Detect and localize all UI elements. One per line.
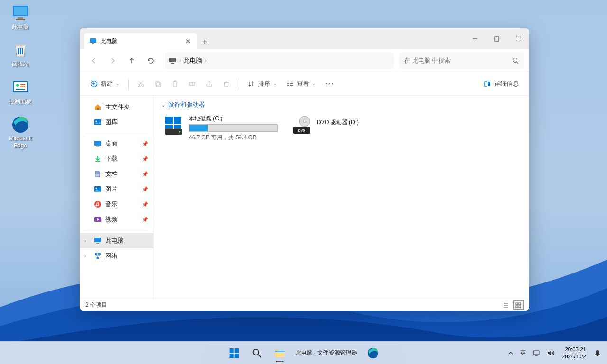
breadcrumb[interactable]: › 此电脑 ›: [165, 53, 394, 69]
sidebar-label: 图库: [105, 118, 118, 127]
breadcrumb-segment[interactable]: 此电脑: [184, 56, 202, 65]
titlebar[interactable]: 此电脑 ✕ ＋: [80, 28, 529, 49]
svg-rect-41: [485, 82, 487, 86]
network-tray-icon[interactable]: [530, 344, 543, 363]
svg-rect-46: [94, 141, 101, 146]
view-icon: [286, 80, 294, 88]
taskbar-item-explorer[interactable]: [270, 343, 290, 363]
forward-button[interactable]: [104, 52, 121, 69]
taskbar-item-edge[interactable]: [363, 343, 383, 363]
svg-rect-56: [96, 243, 99, 244]
new-tab-button[interactable]: ＋: [197, 34, 212, 49]
svg-rect-8: [20, 84, 25, 85]
svg-line-27: [139, 81, 143, 85]
delete-button[interactable]: [219, 76, 234, 92]
close-button[interactable]: [507, 28, 529, 49]
up-button[interactable]: [123, 52, 140, 69]
drive-icon: [163, 115, 184, 136]
paste-button[interactable]: [167, 76, 183, 92]
sidebar-item-videos[interactable]: 视频 📌: [80, 212, 153, 227]
share-button[interactable]: [202, 76, 217, 92]
search-box[interactable]: [399, 53, 524, 69]
pictures-icon: [94, 185, 101, 193]
svg-point-20: [513, 58, 517, 62]
sidebar-item-desktop[interactable]: 桌面 📌: [80, 136, 153, 151]
desktop-icon-recycle-bin[interactable]: 回收站: [4, 41, 37, 67]
sidebar-item-network[interactable]: › 网络: [80, 248, 153, 264]
home-icon: [94, 103, 101, 111]
start-button[interactable]: [224, 343, 244, 363]
sort-button[interactable]: 排序 ⌄: [244, 76, 281, 92]
sort-label: 排序: [258, 80, 270, 88]
svg-rect-31: [173, 82, 177, 87]
minimize-button[interactable]: [464, 28, 486, 49]
tab-this-pc[interactable]: 此电脑 ✕: [84, 33, 197, 49]
sidebar-item-gallery[interactable]: 图库: [80, 115, 153, 130]
drive-d[interactable]: DVD DVD 驱动器 (D:): [289, 113, 408, 144]
svg-rect-3: [16, 19, 25, 20]
svg-rect-9: [20, 86, 25, 87]
svg-rect-88: [275, 351, 285, 352]
svg-point-69: [179, 131, 181, 133]
taskbar[interactable]: 此电脑 - 文件资源管理器 英 20:03:21 2024/10/2: [0, 341, 607, 364]
group-header-devices[interactable]: ⌄ 设备和驱动器: [161, 100, 522, 109]
search-icon: [512, 57, 519, 64]
command-bar: 新建 ⌄ 排序 ⌄ 查看 ⌄ ··· 详细信息: [80, 72, 529, 96]
chevron-icon: ›: [205, 58, 206, 63]
maximize-button[interactable]: [486, 28, 507, 49]
cut-button[interactable]: [133, 76, 148, 92]
desktop-icon-edge[interactable]: Microsoft Edge: [4, 115, 37, 149]
details-pane-button[interactable]: 详细信息: [480, 76, 523, 92]
drive-free-text: 46.7 GB 可用，共 59.4 GB: [189, 134, 278, 142]
chevron-right-icon[interactable]: ›: [84, 238, 86, 244]
chevron-right-icon[interactable]: ›: [84, 254, 86, 259]
more-button[interactable]: ···: [322, 76, 338, 92]
svg-rect-2: [18, 17, 23, 19]
svg-point-85: [253, 349, 259, 355]
desktop-icon-this-pc[interactable]: 此电脑: [4, 4, 37, 30]
network-icon: [94, 252, 101, 260]
search-button[interactable]: [247, 343, 267, 363]
sidebar-item-home[interactable]: 主文件夹: [80, 100, 153, 115]
clock[interactable]: 20:03:21 2024/10/2: [558, 346, 590, 360]
svg-rect-65: [174, 117, 181, 124]
volume-tray-icon[interactable]: [544, 344, 557, 363]
content-pane[interactable]: ⌄ 设备和驱动器 本地磁盘 (C:) 46.7 GB 可用，共 59.4 GB: [154, 96, 529, 299]
svg-rect-82: [235, 348, 239, 353]
svg-point-53: [94, 201, 101, 208]
search-input[interactable]: [404, 57, 508, 64]
drive-name: DVD 驱动器 (D:): [317, 118, 406, 127]
svg-rect-44: [94, 119, 101, 125]
sidebar-item-pictures[interactable]: 图片 📌: [80, 182, 153, 197]
back-button[interactable]: [85, 52, 102, 69]
sidebar-item-downloads[interactable]: 下载 📌: [80, 151, 153, 166]
sidebar-item-music[interactable]: 音乐 📌: [80, 197, 153, 212]
sidebar-label: 文档: [105, 170, 118, 178]
view-details-button[interactable]: [501, 300, 511, 310]
svg-rect-1: [14, 7, 27, 15]
copy-button[interactable]: [150, 76, 166, 92]
sidebar-item-documents[interactable]: 文档 📌: [80, 166, 153, 182]
drive-c[interactable]: 本地磁盘 (C:) 46.7 GB 可用，共 59.4 GB: [161, 113, 280, 144]
view-tiles-button[interactable]: [513, 300, 524, 310]
taskbar-window-label[interactable]: 此电脑 - 文件资源管理器: [293, 349, 360, 357]
ime-indicator[interactable]: 英: [517, 344, 529, 363]
desktop-icon-control-panel[interactable]: 控制面板: [4, 78, 37, 105]
control-panel-icon: [11, 78, 30, 97]
desktop-folder-icon: [94, 140, 101, 147]
notifications-button[interactable]: [591, 344, 604, 363]
sidebar-item-this-pc[interactable]: › 此电脑: [80, 233, 153, 248]
svg-rect-12: [90, 38, 96, 43]
separator: [128, 78, 129, 90]
tray-overflow-button[interactable]: [505, 344, 516, 363]
status-bar: 2 个项目: [80, 299, 529, 311]
tab-close-button[interactable]: ✕: [183, 36, 193, 46]
new-button[interactable]: 新建 ⌄: [86, 76, 123, 92]
svg-rect-79: [516, 306, 518, 308]
view-button[interactable]: 查看 ⌄: [283, 76, 320, 92]
time-text: 20:03:21: [565, 346, 586, 353]
monitor-icon: [169, 57, 176, 64]
rename-button[interactable]: [184, 76, 200, 92]
refresh-button[interactable]: [142, 52, 159, 69]
cut-icon: [137, 80, 145, 88]
